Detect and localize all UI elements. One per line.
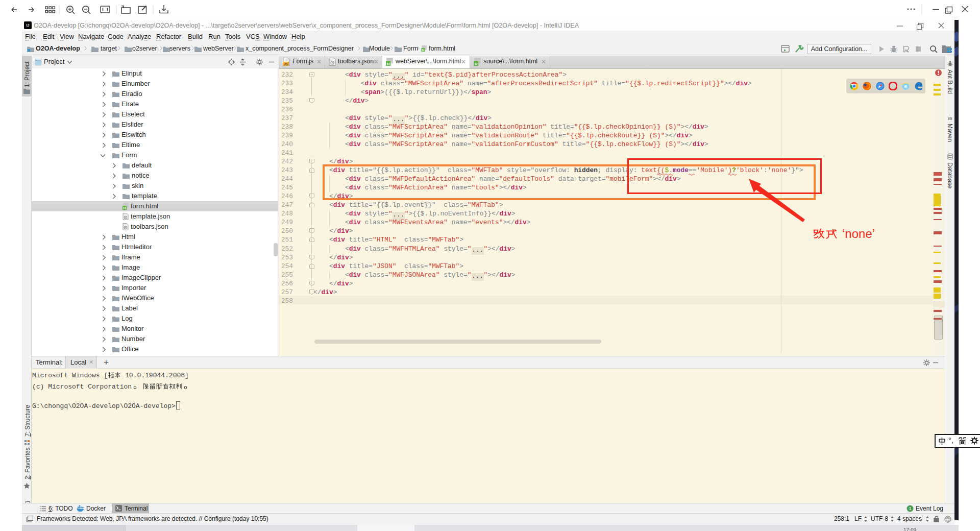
svg-text:JS: JS <box>284 62 288 66</box>
svg-text:H: H <box>123 206 126 210</box>
svg-text:m: m <box>948 115 952 121</box>
svg-text:1: 1 <box>909 506 911 511</box>
svg-text:H: H <box>422 49 424 52</box>
svg-text:e: e <box>904 83 907 89</box>
svg-text:H: H <box>475 62 478 66</box>
svg-text:H: H <box>387 62 390 66</box>
